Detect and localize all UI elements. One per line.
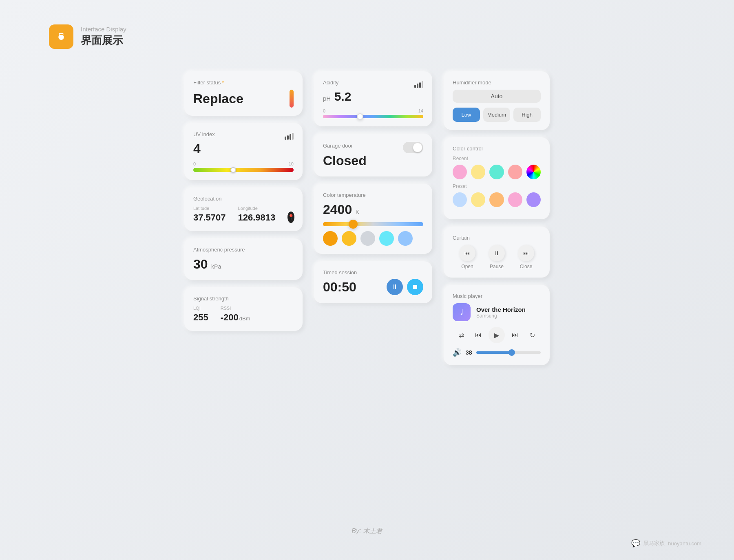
logo-icon [49, 24, 73, 49]
humidifier-title: Humidifier mode [453, 79, 541, 86]
color-circle-1[interactable] [323, 231, 338, 246]
volume-thumb [508, 349, 515, 356]
volume-value: 38 [466, 349, 472, 356]
music-player-title: Music player [453, 293, 541, 299]
header-text: Interface Display 界面展示 [81, 26, 126, 48]
timed-session-card: Timed session 00:50 ⏸ ⏹ [314, 261, 432, 303]
lat-label: Latitude [193, 206, 226, 211]
mode-high-button[interactable]: High [513, 108, 541, 122]
garage-value: Closed [323, 153, 367, 168]
rssi-label: RSSI [221, 306, 250, 311]
color-temp-thumb [349, 220, 358, 229]
play-button[interactable]: ▶ [489, 327, 505, 343]
filter-status-value: Replace [193, 91, 243, 106]
filter-status-bar [290, 90, 294, 108]
uv-bars [285, 133, 294, 140]
preset-color-1[interactable] [453, 192, 467, 207]
filter-status-card: Filter status* Replace [184, 71, 303, 116]
header: Interface Display 界面展示 [49, 24, 126, 49]
curtain-close-button[interactable]: ⏭ Close [518, 245, 534, 269]
color-temp-unit: K [356, 209, 359, 215]
filter-status-title: Filter status* [193, 79, 294, 86]
volume-slider[interactable] [476, 351, 541, 354]
pressure-title: Atmospheric pressure [193, 247, 294, 253]
volume-icon: 🔊 [453, 348, 462, 357]
curtain-pause-button[interactable]: ⏸ Pause [489, 245, 505, 269]
toggle-knob [413, 143, 422, 152]
rssi-value: -200dBm [221, 312, 250, 323]
lqi-value: 255 [193, 312, 208, 323]
ph-max: 14 [418, 108, 423, 113]
watermark: 💬 黑马家族 huoyantu.com [631, 539, 701, 548]
lqi-label: LQI [193, 306, 208, 311]
mode-auto-label: Auto [453, 90, 541, 103]
music-song-title: Over the Horizon [476, 306, 526, 313]
color-temp-card: Color temperature 2400 K [314, 184, 432, 254]
curtain-title: Curtain [453, 235, 541, 241]
column-2: Acidity pH 5.2 0 14 [314, 71, 432, 365]
next-button[interactable]: ⏭ [508, 328, 522, 342]
mode-medium-button[interactable]: Medium [483, 108, 511, 122]
brand-label: 黑马家族 [643, 540, 665, 547]
location-icon[interactable]: 📍 [287, 212, 294, 223]
garage-title: Garage door [323, 143, 353, 149]
music-album-icon: ♩ [453, 303, 471, 321]
header-title: 界面展示 [81, 33, 126, 48]
color-wheel[interactable] [526, 165, 541, 179]
geolocation-card: Geolocation Latitude 37.5707 Longitude 1… [184, 187, 303, 231]
preset-color-4[interactable] [508, 192, 522, 207]
geolocation-title: Geolocation [193, 196, 294, 202]
pressure-value: 30 [193, 257, 208, 271]
garage-toggle[interactable] [403, 142, 423, 153]
preset-color-3[interactable] [489, 192, 504, 207]
timed-session-value: 00:50 [323, 280, 356, 295]
recent-color-3[interactable] [489, 165, 504, 179]
ph-bar [323, 115, 423, 118]
curtain-open-button[interactable]: ⏮ Open [459, 245, 475, 269]
mode-buttons: Low Medium High [453, 108, 541, 122]
signal-card: Signal strength LQI 255 RSSI -200dBm [184, 287, 303, 331]
color-circle-3[interactable] [360, 231, 375, 246]
site-label: huoyantu.com [668, 540, 701, 547]
shuffle-button[interactable]: ⇄ [454, 328, 468, 342]
repeat-button[interactable]: ↻ [525, 328, 539, 342]
lon-value: 126.9813 [238, 212, 276, 223]
uv-index-card: UV index 4 0 10 [184, 123, 303, 180]
volume-fill [476, 351, 512, 354]
preset-label: Preset [453, 183, 541, 189]
acidity-value: 5.2 [334, 90, 352, 103]
recent-color-1[interactable] [453, 165, 467, 179]
uv-index-value: 4 [193, 141, 294, 157]
column-1: Filter status* Replace UV index 4 [184, 71, 303, 365]
recent-color-2[interactable] [471, 165, 485, 179]
color-circle-5[interactable] [398, 231, 413, 246]
signal-title: Signal strength [193, 295, 294, 302]
pressure-card: Atmospheric pressure 30 kPa [184, 238, 303, 280]
recent-color-4[interactable] [508, 165, 522, 179]
humidifier-card: Humidifier mode Auto Low Medium High [444, 71, 550, 130]
timed-session-title: Timed session [323, 269, 423, 276]
color-circle-4[interactable] [379, 231, 394, 246]
music-artist: Samsung [476, 313, 526, 319]
ph-min: 0 [323, 108, 325, 113]
preset-color-2[interactable] [471, 192, 485, 207]
preset-color-5[interactable] [526, 192, 541, 207]
svg-rect-2 [60, 34, 63, 35]
lon-label: Longitude [238, 206, 276, 211]
header-subtitle: Interface Display [81, 26, 126, 33]
color-control-card: Color control Recent Preset [444, 137, 550, 219]
uv-min-label: 0 [193, 161, 196, 166]
color-temp-slider[interactable] [323, 222, 423, 226]
stop-button[interactable]: ⏹ [407, 279, 423, 295]
prev-button[interactable]: ⏮ [471, 328, 485, 342]
column-3: Humidifier mode Auto Low Medium High Col… [444, 71, 550, 365]
mode-low-button[interactable]: Low [453, 108, 480, 122]
pause-button[interactable]: ⏸ [387, 279, 403, 295]
curtain-card: Curtain ⏮ Open ⏸ Pause ⏭ Close [444, 227, 550, 278]
color-temp-value: 2400 [323, 202, 352, 217]
color-circle-2[interactable] [342, 231, 356, 246]
recent-label: Recent [453, 156, 541, 161]
color-temp-circles [323, 231, 423, 246]
acidity-title: Acidity [323, 79, 338, 86]
uv-scale-bar [193, 168, 294, 172]
